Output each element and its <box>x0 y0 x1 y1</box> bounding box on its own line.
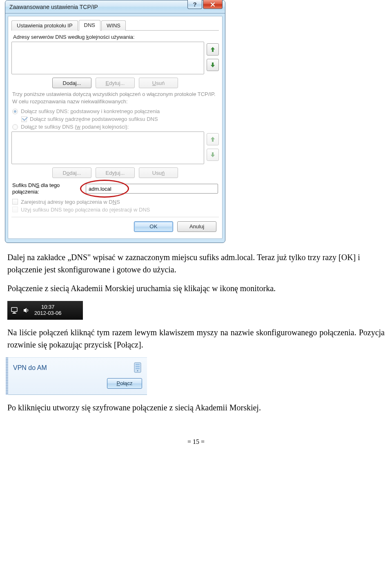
page-number: = 15 = <box>0 438 392 446</box>
remove-suffix-button[interactable]: Usuń <box>139 167 178 178</box>
radio-icon <box>12 109 18 114</box>
doc-paragraph-1: Dalej na zakładce „DNS" wpisać w zaznacz… <box>7 251 385 276</box>
tab-ip-settings[interactable]: Ustawienia protokołu IP <box>11 20 78 31</box>
volume-icon <box>23 307 30 314</box>
add-dns-server-button[interactable]: Dodaj... <box>52 78 91 88</box>
tab-dns[interactable]: DNS <box>79 20 100 31</box>
dns-suffix-label: Sufiks DNS dla tego połączenia: <box>12 182 82 196</box>
cancel-button[interactable]: Anuluj <box>177 221 216 232</box>
arrow-down-icon <box>210 62 216 68</box>
dns-suffix-input[interactable] <box>86 184 218 194</box>
radio-append-primary[interactable]: Dołącz sufiksy DNS: podstawowy i konkret… <box>12 108 218 114</box>
close-button[interactable] <box>203 0 223 9</box>
tray-clock[interactable]: 10:37 2012-03-06 <box>34 304 62 316</box>
check-register-dns[interactable]: Zarejestruj adresy tego połączenia w DNS <box>12 199 218 205</box>
svg-rect-6 <box>136 368 140 369</box>
server-icon <box>133 362 142 374</box>
system-tray[interactable]: 10:37 2012-03-06 <box>7 301 83 320</box>
window-title: Zaawansowane ustawienia TCP/IP <box>9 4 98 10</box>
move-up-button[interactable] <box>207 43 219 56</box>
svg-rect-5 <box>136 366 140 367</box>
edit-dns-server-button[interactable]: Edytuj... <box>96 78 135 88</box>
tab-strip: Ustawienia protokołu IP DNS WINS <box>11 20 219 31</box>
explain-text: Trzy poniższe ustawienia dotyczą wszystk… <box>12 91 218 105</box>
check-use-suffix[interactable]: Użyj sufiksu DNS tego połączenia do reje… <box>12 207 218 213</box>
dns-servers-label: Adresy serwerów DNS według kolejności uż… <box>13 34 219 40</box>
checkbox-icon <box>12 207 18 212</box>
checkbox-icon <box>21 116 27 122</box>
add-suffix-button[interactable]: Dodaj... <box>52 167 91 178</box>
dns-suffix-listbox[interactable] <box>11 131 204 164</box>
connect-button[interactable]: Połącz <box>107 378 142 389</box>
help-icon: ? <box>193 1 196 8</box>
suffix-move-down-button[interactable] <box>207 149 219 161</box>
move-down-button[interactable] <box>207 59 219 71</box>
svg-rect-1 <box>13 312 16 313</box>
tray-date: 2012-03-06 <box>34 310 62 316</box>
svg-rect-4 <box>136 364 140 365</box>
suffix-move-up-button[interactable] <box>207 133 219 145</box>
check-append-parent[interactable]: Dołącz sufiksy nadrzędne podstawowego su… <box>21 116 218 122</box>
doc-paragraph-4: Po kliknięciu utworzy się szyfrowane poł… <box>7 401 385 414</box>
edit-suffix-button[interactable]: Edytuj... <box>96 167 135 178</box>
remove-dns-server-button[interactable]: Usuń <box>139 78 178 88</box>
tcpip-advanced-dialog: Zaawansowane ustawienia TCP/IP ? Ustawie… <box>5 0 225 243</box>
checkbox-icon <box>12 199 18 205</box>
svg-rect-2 <box>12 313 16 314</box>
svg-point-7 <box>137 370 138 371</box>
dns-servers-listbox[interactable] <box>11 42 204 74</box>
network-icon <box>11 307 19 314</box>
tray-time: 10:37 <box>34 304 62 310</box>
close-icon <box>210 2 216 7</box>
radio-icon <box>12 124 18 130</box>
svg-rect-0 <box>11 307 17 312</box>
titlebar[interactable]: Zaawansowane ustawienia TCP/IP ? <box>5 0 225 13</box>
radio-append-these[interactable]: Dołącz te sufiksy DNS (w podanej kolejno… <box>12 124 218 130</box>
help-button[interactable]: ? <box>187 0 202 9</box>
ok-button[interactable]: OK <box>134 221 173 232</box>
network-flyout: VPN do AM Połącz <box>8 357 147 395</box>
arrow-down-icon <box>210 151 216 158</box>
arrow-up-icon <box>210 46 216 53</box>
arrow-up-icon <box>210 136 216 143</box>
doc-paragraph-3: Na liście połączeń kliknąć tym razem lew… <box>7 326 385 351</box>
doc-paragraph-2: Połączenie z siecią Akademii Morskiej ur… <box>7 282 385 294</box>
tab-wins[interactable]: WINS <box>101 20 126 31</box>
vpn-connection-name[interactable]: VPN do AM <box>13 364 47 372</box>
